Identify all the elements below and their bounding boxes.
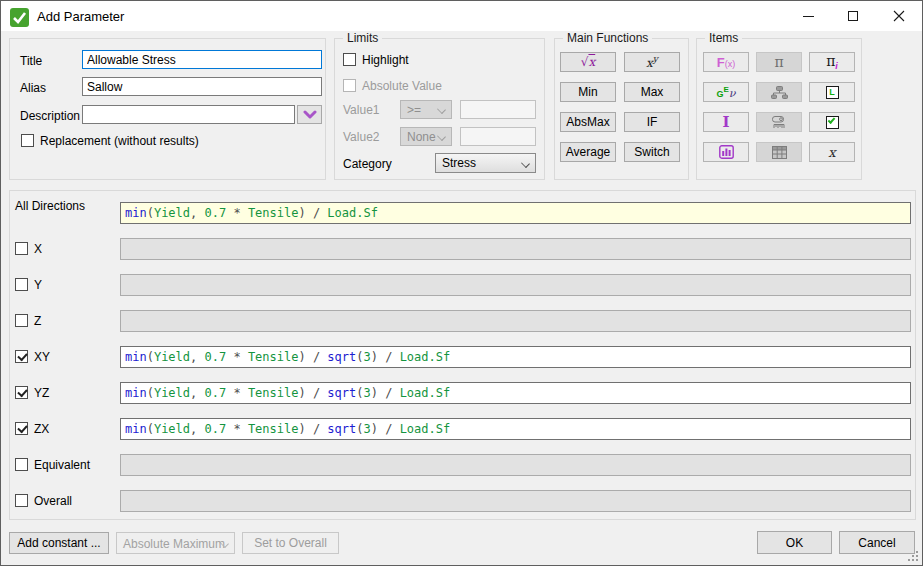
direction-all-formula-field[interactable]: min(Yield, 0.7 * Tensile) / Load.Sf xyxy=(120,202,911,224)
direction-xy-formula-field[interactable]: min(Yield, 0.7 * Tensile) / sqrt(3) / Lo… xyxy=(120,346,911,368)
direction-y-checkbox[interactable] xyxy=(15,278,28,291)
absolute-value-label: Absolute Value xyxy=(362,79,442,93)
if-function-button[interactable]: IF xyxy=(624,112,680,132)
switch-function-button[interactable]: Switch xyxy=(624,142,680,162)
items-group: Items F(x) π πi GEν L I xyxy=(696,38,862,180)
add-parameter-dialog: Add Parameter Title Alias Description Re… xyxy=(0,0,923,566)
highlight-checkbox[interactable] xyxy=(343,53,356,66)
window-title: Add Parameter xyxy=(37,9,124,24)
close-icon xyxy=(893,10,905,22)
direction-y-label: Y xyxy=(34,278,42,292)
cancel-button[interactable]: Cancel xyxy=(839,531,915,554)
direction-zx-formula-field[interactable]: min(Yield, 0.7 * Tensile) / sqrt(3) / Lo… xyxy=(120,418,911,440)
value2-label: Value2 xyxy=(343,130,379,144)
average-function-button[interactable]: Average xyxy=(560,142,616,162)
hierarchy-icon xyxy=(771,86,788,99)
value1-input xyxy=(460,100,536,119)
direction-y-formula-field xyxy=(120,274,911,296)
power-icon: xy xyxy=(646,54,658,70)
close-button[interactable] xyxy=(881,1,917,31)
sqrt-icon: √x xyxy=(581,55,595,69)
absolute-value-checkbox xyxy=(343,79,356,92)
item-length-unit-button[interactable]: L xyxy=(809,82,855,102)
direction-overall-label: Overall xyxy=(34,494,72,508)
alias-input[interactable] xyxy=(82,77,322,96)
value1-operator-dropdown: >= xyxy=(400,100,452,119)
direction-equivalent-formula-field xyxy=(120,454,911,476)
item-selection-check-button[interactable] xyxy=(809,112,855,132)
value2-input xyxy=(460,127,536,146)
table-grid-icon xyxy=(772,146,787,159)
tape-measure-icon xyxy=(771,115,787,129)
alias-label: Alias xyxy=(20,81,46,95)
direction-zx-label: ZX xyxy=(34,422,49,436)
general-group: Title Alias Description Replacement (wit… xyxy=(9,38,326,180)
item-hierarchy-button xyxy=(756,82,802,102)
function-fx-icon: F(x) xyxy=(717,55,735,70)
direction-zx-checkbox[interactable] xyxy=(15,422,28,435)
chevron-down-icon xyxy=(303,110,317,120)
replacement-checkbox[interactable] xyxy=(21,134,34,147)
direction-x-label: X xyxy=(34,242,42,256)
minimize-icon xyxy=(803,16,814,17)
limits-group: Limits Highlight Absolute Value Value1 >… xyxy=(334,38,545,180)
add-constant-button[interactable]: Add constant ... xyxy=(9,532,109,554)
replacement-label: Replacement (without results) xyxy=(40,134,199,148)
item-material-properties-button[interactable]: GEν xyxy=(703,82,749,102)
title-input[interactable] xyxy=(82,50,322,69)
direction-equivalent-checkbox[interactable] xyxy=(15,458,28,471)
ok-button[interactable]: OK xyxy=(757,531,832,554)
minimize-button[interactable] xyxy=(790,1,826,31)
material-properties-icon: GEν xyxy=(716,86,735,99)
direction-xy-checkbox[interactable] xyxy=(15,350,28,363)
maximize-button[interactable] xyxy=(835,1,871,31)
item-tape-measure-button xyxy=(756,112,802,132)
value1-label: Value1 xyxy=(343,103,379,117)
direction-z-formula-field xyxy=(120,310,911,332)
max-function-button[interactable]: Max xyxy=(624,82,680,102)
value2-operator-dropdown: None xyxy=(400,127,452,146)
title-label: Title xyxy=(20,54,42,68)
direction-overall-checkbox[interactable] xyxy=(15,494,28,507)
power-function-button[interactable]: xy xyxy=(624,52,680,72)
chevron-down-icon xyxy=(437,132,446,141)
item-function-fx-button[interactable]: F(x) xyxy=(703,52,749,72)
resize-grip[interactable] xyxy=(908,551,919,562)
direction-yz-formula-field[interactable]: min(Yield, 0.7 * Tensile) / sqrt(3) / Lo… xyxy=(120,382,911,404)
variable-x-icon: x xyxy=(828,145,835,160)
direction-yz-checkbox[interactable] xyxy=(15,386,28,399)
app-check-icon xyxy=(10,8,29,27)
description-expand-button[interactable] xyxy=(297,105,322,124)
category-dropdown[interactable]: Stress xyxy=(435,153,536,173)
items-group-label: Items xyxy=(705,31,742,45)
title-bar: Add Parameter xyxy=(1,1,922,31)
limits-group-label: Limits xyxy=(343,31,382,45)
category-label: Category xyxy=(343,157,392,171)
item-table-grid-button xyxy=(756,142,802,162)
direction-x-formula-field xyxy=(120,238,911,260)
chevron-down-icon xyxy=(521,159,530,168)
main-functions-group-label: Main Functions xyxy=(563,31,652,45)
highlight-label: Highlight xyxy=(362,53,409,67)
direction-z-checkbox[interactable] xyxy=(15,314,28,327)
main-functions-group: Main Functions √x xy Min Max AbsMax IF A… xyxy=(554,38,689,180)
beam-section-icon: I xyxy=(722,113,729,131)
item-bar-chart-button[interactable] xyxy=(703,142,749,162)
item-variable-x-button[interactable]: x xyxy=(809,142,855,162)
bar-chart-icon xyxy=(719,145,734,159)
sqrt-function-button[interactable]: √x xyxy=(560,52,616,72)
min-function-button[interactable]: Min xyxy=(560,82,616,102)
mode-dropdown: Absolute Maximum xyxy=(116,532,235,554)
pi-icon: π xyxy=(774,54,783,70)
absmax-function-button[interactable]: AbsMax xyxy=(560,112,616,132)
description-input[interactable] xyxy=(82,105,295,124)
direction-overall-formula-field xyxy=(120,490,911,512)
direction-yz-label: YZ xyxy=(34,386,49,400)
direction-xy-label: XY xyxy=(34,350,50,364)
item-beam-section-button[interactable]: I xyxy=(703,112,749,132)
item-pi-local-button[interactable]: πi xyxy=(809,52,855,72)
direction-equivalent-label: Equivalent xyxy=(34,458,90,472)
direction-x-checkbox[interactable] xyxy=(15,242,28,255)
checkbox-check-icon xyxy=(826,116,839,129)
pi-local-icon: πi xyxy=(826,53,838,71)
